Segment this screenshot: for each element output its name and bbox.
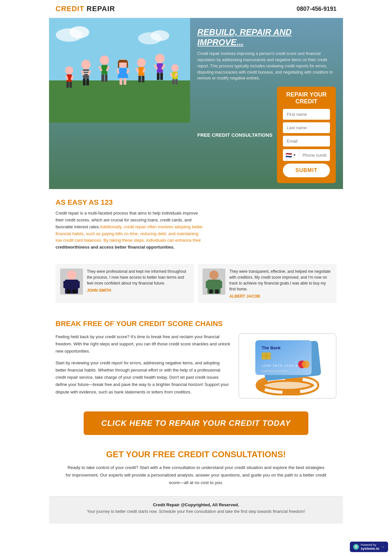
hero-image [49,18,190,189]
testimonial-content-2: They were transparent, effective, and he… [229,269,332,299]
phone-input[interactable] [299,150,330,161]
svg-rect-43 [157,73,159,80]
svg-point-5 [151,30,170,41]
svg-point-53 [67,270,76,280]
easy-title-number: 123 [101,198,113,206]
svg-rect-44 [160,73,163,80]
svg-rect-16 [83,79,86,86]
svg-rect-29 [127,61,128,68]
break-free-highlight: BREAK FREE [56,320,102,328]
repair-box-title: REPAIR YOUR CREDIT [283,91,330,105]
break-free-title: BREAK FREE OF YOUR CREDIT SCORE CHAINS [56,320,336,328]
logo-repair: REPAIR [84,5,115,13]
hero-title: REBUILD, REPAIR AND IMPROVE... [197,27,336,47]
person-2-svg [204,269,224,294]
footer-main-text: Credit Repair @Copyrighted, All Reserved… [56,502,336,507]
testimonials-section: They were professional and kept me infor… [49,257,343,310]
header: CREDIT REPAIR 0807-456-9191 [49,0,343,18]
break-free-para2: Start by reviewing your credit report fo… [56,359,231,395]
svg-point-12 [81,60,91,69]
svg-point-20 [100,56,109,65]
hero-description: Credit repair involves improving a perso… [197,51,336,81]
svg-rect-9 [70,82,72,88]
svg-point-6 [65,66,73,75]
svg-rect-55 [63,281,67,288]
header-phone[interactable]: 0807-456-9191 [297,6,336,12]
email-input[interactable] [283,136,330,147]
easy-title-prefix: AS EASY AS [56,198,101,206]
free-consult-free: FREE [153,449,175,459]
repair-form-box: REPAIR YOUR CREDIT 🇳🇱 ▼ SUBMIT [277,87,336,183]
phone-flag: 🇳🇱 ▼ [283,149,299,161]
svg-rect-63 [209,289,213,294]
break-free-content: Feeling held back by your credit score? … [56,333,336,400]
testimonial-name-2: ALBERT JACOB [229,294,332,299]
svg-point-41 [155,54,165,63]
free-consult-label: FREE CREDIT CONSULTATIONS [197,132,272,138]
svg-point-3 [69,26,90,38]
svg-point-77 [302,360,310,368]
phone-row: 🇳🇱 ▼ [283,149,330,161]
break-free-section: BREAK FREE OF YOUR CREDIT SCORE CHAINS F… [49,313,343,404]
break-free-image: The Bank 1234 5678 1234 5678 CARDHOLDER … [238,333,336,400]
testimonial-text-2: They were transparent, effective, and he… [229,269,332,292]
svg-rect-37 [139,76,141,82]
svg-rect-62 [218,281,222,288]
free-consult-title-prefix: GET YOUR [106,449,153,459]
free-consult-title-suffix: CREDIT CONSULTATIONS! [175,449,286,459]
kids-image [49,18,190,123]
easy-desc-end: creditworthiness and access better finan… [56,245,174,250]
testimonial-avatar-1 [60,269,83,295]
hero-section: REBUILD, REPAIR AND IMPROVE... Credit re… [49,18,343,189]
hero-content: REBUILD, REPAIR AND IMPROVE... Credit re… [190,18,343,189]
svg-rect-28 [118,61,119,68]
svg-rect-22 [101,74,104,82]
card-image-box: The Bank 1234 5678 1234 5678 CARDHOLDER … [238,333,336,399]
easy-section: AS EASY AS 123 Credit repair is a multi-… [56,198,210,251]
logo: CREDIT REPAIR [56,5,115,13]
cta-section: CLICK HERE TO REPAIR YOUR CREDIT TODAY [49,404,343,443]
repair-form: 🇳🇱 ▼ SUBMIT [283,109,330,177]
svg-text:CARDHOLDER NAME: CARDHOLDER NAME [262,370,288,373]
person-1-svg [62,269,81,294]
svg-rect-49 [172,79,174,84]
easy-title: AS EASY AS 123 [56,198,204,207]
testimonial-avatar-2 [203,269,225,295]
svg-rect-57 [67,289,71,294]
svg-rect-61 [206,281,210,288]
testimonial-card-2: They were transparent, effective, and he… [198,264,336,303]
credit-card-svg: The Bank 1234 5678 1234 5678 CARDHOLDER … [246,337,329,395]
first-name-input[interactable] [283,109,330,120]
logo-credit: CREDIT [56,5,84,13]
svg-rect-56 [76,281,80,288]
svg-rect-58 [73,289,76,294]
break-free-rest: OF YOUR CREDIT SCORE CHAINS [102,320,223,328]
break-free-text: Feeling held back by your credit score? … [56,333,231,400]
free-consult-title: GET YOUR FREE CREDIT CONSULTATIONS! [56,449,336,460]
svg-rect-31 [120,78,122,85]
free-consult-description: Ready to take control of your credit? St… [65,464,327,487]
svg-point-59 [209,270,219,280]
footer-sub-text: Your journey to better credit starts now… [56,509,336,514]
testimonial-text-1: They were professional and kept me infor… [87,269,189,286]
easy-section-wrapper: AS EASY AS 123 Credit repair is a multi-… [49,189,343,254]
cta-button[interactable]: CLICK HERE TO REPAIR YOUR CREDIT TODAY [84,411,308,435]
last-name-input[interactable] [283,122,330,133]
testimonial-content-1: They were professional and kept me infor… [87,269,189,293]
submit-button[interactable]: SUBMIT [283,164,330,177]
hero-cta-row: FREE CREDIT CONSULTATIONS REPAIR YOUR CR… [197,87,336,183]
footer: Credit Repair @Copyrighted, All Reserved… [49,496,343,524]
easy-description: Credit repair is a multi-faceted process… [56,210,204,251]
free-consult-section: GET YOUR FREE CREDIT CONSULTATIONS! Read… [49,443,343,496]
svg-point-47 [171,64,179,72]
svg-text:The Bank: The Bank [262,345,281,350]
svg-rect-8 [66,82,69,88]
svg-rect-50 [175,79,178,84]
svg-rect-23 [105,74,107,82]
svg-point-35 [137,58,146,67]
svg-rect-27 [119,60,127,62]
svg-rect-17 [86,79,89,86]
phone-flag-arrow: ▼ [293,153,296,157]
testimonial-card-1: They were professional and kept me infor… [56,264,194,303]
svg-rect-32 [123,78,126,85]
